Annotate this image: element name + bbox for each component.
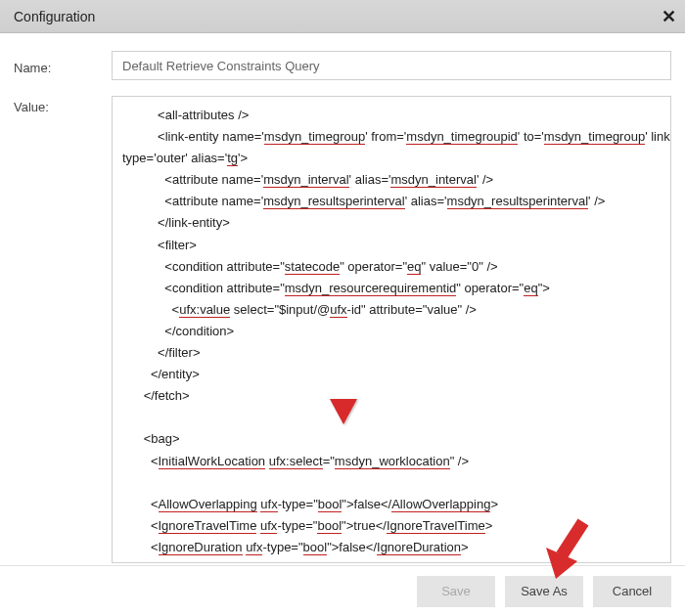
name-label: Name: bbox=[14, 57, 112, 75]
button-bar: Save Save As Cancel bbox=[0, 565, 685, 616]
cancel-button[interactable]: Cancel bbox=[593, 576, 671, 607]
dialog-content: Name: Value: <all-attributes /> <link-en… bbox=[0, 33, 685, 565]
value-textarea[interactable]: <all-attributes /> <link-entity name='ms… bbox=[112, 96, 671, 563]
value-label: Value: bbox=[14, 96, 112, 114]
close-icon: ✕ bbox=[662, 6, 676, 27]
name-input[interactable] bbox=[112, 51, 671, 80]
save-button[interactable]: Save bbox=[417, 576, 495, 607]
dialog-title: Configuration bbox=[14, 9, 95, 24]
save-as-button[interactable]: Save As bbox=[505, 576, 583, 607]
close-button[interactable]: ✕ bbox=[652, 0, 685, 33]
dialog-titlebar: Configuration ✕ bbox=[0, 0, 685, 33]
